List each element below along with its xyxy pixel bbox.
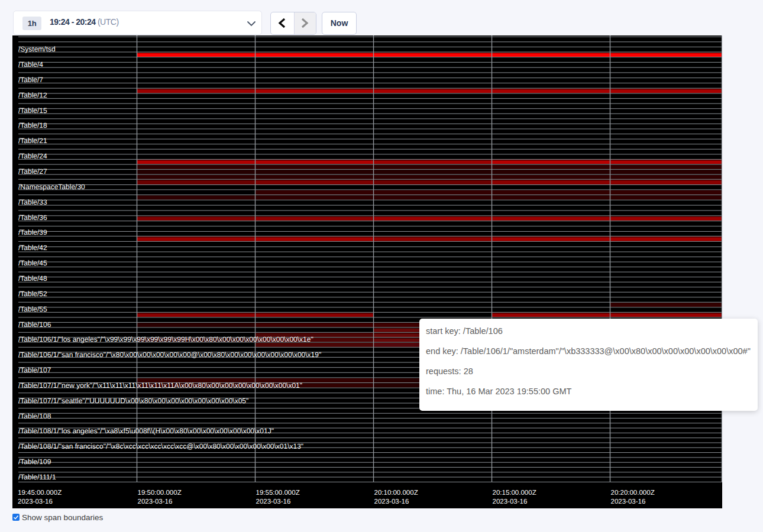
- svg-text:/Table/109: /Table/109: [18, 458, 51, 466]
- svg-text:2023-03-16: 2023-03-16: [138, 498, 173, 505]
- svg-text:/Table/36: /Table/36: [18, 213, 47, 222]
- svg-text:/Table/24: /Table/24: [18, 152, 47, 160]
- svg-text:2023-03-16: 2023-03-16: [18, 498, 53, 505]
- svg-text:/Table/108/1/"san francisco"/": /Table/108/1/"san francisco"/"\x8c\xcc\x…: [18, 442, 303, 450]
- svg-text:/Table/12: /Table/12: [18, 91, 47, 99]
- svg-text:/Table/15: /Table/15: [18, 106, 47, 115]
- svg-text:19:50:00.000Z: 19:50:00.000Z: [138, 489, 182, 497]
- svg-text:19:45:00.000Z: 19:45:00.000Z: [18, 489, 62, 497]
- svg-text:/Table/106/1/"san francisco"/": /Table/106/1/"san francisco"/"\x80\x00\x…: [18, 351, 321, 359]
- svg-text:/Table/107/1/"seattle"/"UUUUUU: /Table/107/1/"seattle"/"UUUUUUD\x00\x80\…: [18, 397, 248, 405]
- svg-text:/Table/33: /Table/33: [18, 198, 47, 206]
- svg-text:2023-03-16: 2023-03-16: [256, 498, 291, 505]
- svg-text:/Table/107/1/"new york"/"\x11\: /Table/107/1/"new york"/"\x11\x11\x11\x1…: [18, 381, 302, 390]
- svg-text:/Table/39: /Table/39: [18, 228, 47, 236]
- svg-text:2023-03-16: 2023-03-16: [493, 498, 528, 505]
- svg-text:/Table/111/1: /Table/111/1: [18, 473, 56, 481]
- svg-text:/Table/55: /Table/55: [18, 305, 47, 313]
- svg-text:2023-03-16: 2023-03-16: [611, 498, 646, 505]
- svg-text:20:15:00.000Z: 20:15:00.000Z: [493, 489, 536, 497]
- svg-text:/Table/42: /Table/42: [18, 244, 47, 252]
- svg-text:/Table/18: /Table/18: [18, 121, 47, 129]
- svg-text:/Table/106: /Table/106: [18, 320, 51, 329]
- svg-text:/Table/27: /Table/27: [18, 167, 47, 176]
- svg-text:20:10:00.000Z: 20:10:00.000Z: [374, 489, 418, 497]
- svg-text:/Table/4: /Table/4: [18, 60, 43, 69]
- svg-text:/Table/108/1/"los angeles"/"\x: /Table/108/1/"los angeles"/"\xa8\xf5\u00…: [18, 427, 274, 435]
- svg-text:/Table/45: /Table/45: [18, 259, 47, 267]
- svg-text:/Table/107: /Table/107: [18, 366, 51, 374]
- svg-text:/System/tsd: /System/tsd: [18, 45, 56, 53]
- svg-text:2023-03-16: 2023-03-16: [374, 498, 409, 505]
- svg-text:20:20:00.000Z: 20:20:00.000Z: [611, 489, 655, 497]
- svg-text:/NamespaceTable/30: /NamespaceTable/30: [18, 183, 85, 191]
- svg-text:/Table/52: /Table/52: [18, 290, 47, 298]
- svg-text:/Table/21: /Table/21: [18, 137, 47, 145]
- svg-text:19:55:00.000Z: 19:55:00.000Z: [256, 489, 300, 497]
- svg-text:/Table/108: /Table/108: [18, 412, 51, 420]
- svg-text:/Table/7: /Table/7: [18, 76, 43, 84]
- svg-text:/Table/48: /Table/48: [18, 274, 47, 283]
- svg-text:/Table/106/1/"los angeles"/"\x: /Table/106/1/"los angeles"/"\x99\x99\x99…: [18, 335, 313, 343]
